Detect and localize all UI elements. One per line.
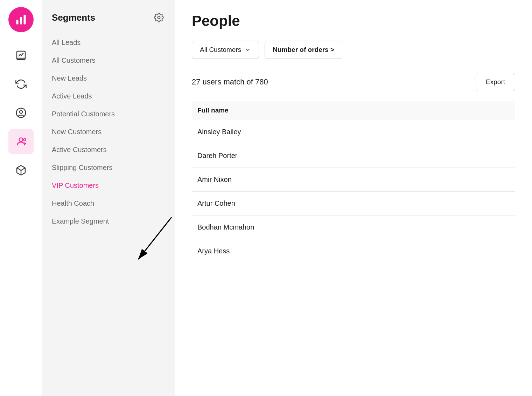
page-title: People — [192, 13, 515, 29]
segment-list: All LeadsAll CustomersNew LeadsActive Le… — [52, 34, 165, 230]
nav-people[interactable] — [8, 129, 34, 154]
segment-item-new-customers[interactable]: New Customers — [52, 123, 165, 141]
nav-analytics[interactable] — [8, 43, 34, 68]
nav-products[interactable] — [8, 158, 34, 183]
segment-item-all-customers[interactable]: All Customers — [52, 52, 165, 69]
table-body: Ainsley BaileyDareh PorterAmir NixonArtu… — [192, 120, 515, 263]
nav-contacts[interactable] — [8, 100, 34, 125]
segment-item-vip-customers[interactable]: VIP Customers — [52, 177, 165, 194]
table-row[interactable]: Arya Hess — [192, 239, 515, 263]
main-content: People All Customers Number of orders > … — [175, 0, 532, 396]
segment-item-slipping-customers[interactable]: Slipping Customers — [52, 159, 165, 177]
nav-refresh[interactable] — [8, 71, 34, 97]
svg-point-7 — [19, 138, 23, 142]
svg-point-10 — [158, 16, 160, 19]
svg-rect-0 — [16, 20, 18, 25]
segment-item-example-segment[interactable]: Example Segment — [52, 212, 165, 230]
number-of-orders-filter[interactable]: Number of orders > — [265, 41, 342, 59]
table-row[interactable]: Bodhan Mcmahon — [192, 216, 515, 239]
segment-item-active-leads[interactable]: Active Leads — [52, 87, 165, 105]
segments-sidebar: Segments All LeadsAll CustomersNew Leads… — [42, 0, 175, 396]
all-customers-dropdown[interactable]: All Customers — [192, 41, 259, 59]
match-stats-text: 27 users match of 780 — [192, 77, 268, 87]
segment-item-all-leads[interactable]: All Leads — [52, 34, 165, 52]
stats-bar: 27 users match of 780 Export — [192, 73, 515, 91]
people-table: Full name Ainsley BaileyDareh PorterAmir… — [192, 101, 515, 263]
fullname-header: Full name — [192, 107, 234, 114]
segment-item-health-coach[interactable]: Health Coach — [52, 194, 165, 212]
segment-item-active-customers[interactable]: Active Customers — [52, 141, 165, 159]
segment-item-new-leads[interactable]: New Leads — [52, 69, 165, 87]
segments-title: Segments — [52, 12, 95, 23]
table-row[interactable]: Artur Cohen — [192, 192, 515, 216]
table-row[interactable]: Ainsley Bailey — [192, 120, 515, 144]
svg-point-6 — [20, 110, 22, 113]
app-logo[interactable] — [8, 7, 34, 32]
export-button[interactable]: Export — [476, 73, 515, 91]
svg-rect-2 — [23, 15, 26, 25]
table-row[interactable]: Dareh Porter — [192, 144, 515, 168]
table-header: Full name — [192, 101, 515, 120]
icon-sidebar — [0, 0, 42, 396]
segment-item-potential-customers[interactable]: Potential Customers — [52, 105, 165, 123]
filter-bar: All Customers Number of orders > — [192, 41, 515, 59]
svg-point-5 — [16, 108, 26, 118]
chevron-down-icon — [245, 47, 251, 53]
segments-settings-button[interactable] — [153, 11, 165, 24]
svg-point-8 — [23, 138, 26, 141]
segments-header: Segments — [52, 11, 165, 24]
table-row[interactable]: Amir Nixon — [192, 168, 515, 192]
number-of-orders-label: Number of orders > — [273, 46, 334, 54]
svg-rect-1 — [20, 17, 22, 25]
all-customers-label: All Customers — [200, 46, 241, 54]
